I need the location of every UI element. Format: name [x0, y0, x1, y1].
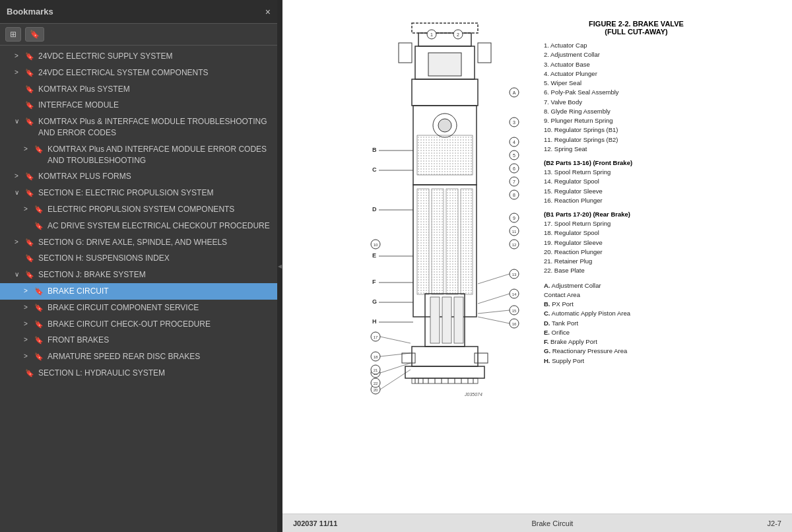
bookmark-list: >🔖24VDC ELECTRIC SUPPLY SYSTEM>🔖24VDC EL…	[0, 46, 277, 532]
legend-item: 3. Actuator Base	[544, 60, 729, 69]
legend-letter-item: C. Automatic Apply Piston Area	[544, 309, 729, 318]
svg-text:15: 15	[512, 309, 517, 313]
bookmark-label: SECTION L: HYDRAULIC SYSTEM	[38, 368, 272, 379]
arrow-icon: >	[15, 51, 22, 61]
legend-b2-title: (B2 Parts 13-16) (Front Brake)	[544, 159, 729, 166]
bookmark-options-button[interactable]: 🔖	[25, 27, 44, 42]
svg-text:12: 12	[512, 243, 517, 247]
legend-item: 1. Actuator Cap	[544, 41, 729, 50]
expand-all-button[interactable]: ⊞	[5, 27, 21, 42]
svg-rect-78	[402, 353, 415, 363]
svg-text:14: 14	[512, 292, 517, 296]
svg-text:17: 17	[374, 335, 378, 339]
arrow-icon: >	[24, 352, 32, 361]
bookmark-item-brake-checkout[interactable]: >🔖BRAKE CIRCUIT CHECK-OUT PROCEDURE	[0, 316, 277, 333]
bookmark-item-komtrax-error-codes[interactable]: >🔖KOMTRAX Plus AND INTERFACE MODULE ERRO…	[0, 141, 277, 169]
legend-item: 20. Reaction Plunger	[544, 248, 729, 257]
arrow-icon: ∨	[15, 270, 22, 279]
arrow-icon: >	[24, 303, 32, 312]
bookmark-icon: 🔖	[25, 368, 34, 378]
bookmark-item-brake-circuit[interactable]: >🔖BRAKE CIRCUIT	[0, 283, 277, 300]
bookmark-item-section-h[interactable]: 🔖SECTION H: SUSPENSIONS INDEX	[0, 250, 277, 267]
legend-letters-section: A. Adjustment Collar Contact AreaB. PX P…	[544, 281, 729, 366]
bookmark-item-komtrax-interface-trouble[interactable]: ∨🔖KOMTRAX Plus & INTERFACE MODULE TROUBL…	[0, 114, 277, 141]
svg-text:6: 6	[513, 166, 515, 171]
bookmark-item-front-brakes[interactable]: >🔖FRONT BRAKES	[0, 332, 277, 349]
legend-item: 15. Regulator Sleeve	[544, 187, 729, 196]
bookmark-item-interface-module[interactable]: 🔖INTERFACE MODULE	[0, 97, 277, 114]
svg-text:22: 22	[374, 382, 378, 385]
svg-line-101	[380, 370, 411, 389]
bookmark-item-section-e[interactable]: ∨🔖SECTION E: ELECTRIC PROPULSION SYSTEM	[0, 185, 277, 201]
bookmark-label: FRONT BRAKES	[48, 335, 272, 346]
legend-item: 17. Spool Return Spring	[544, 219, 729, 228]
bookmark-item-komtrax-forms[interactable]: >🔖KOMTRAX PLUS FORMS	[0, 168, 277, 185]
page-number: J2-7	[768, 519, 781, 527]
legend-b1-title: (B1 Parts 17-20) (Rear Brake)	[544, 211, 729, 218]
legend-area: FIGURE 2-2. BRAKE VALVE (FULL CUT-AWAY) …	[544, 20, 729, 366]
svg-rect-20	[417, 135, 473, 175]
bookmark-item-electric-components[interactable]: >🔖ELECTRIC PROPULSION SYSTEM COMPONENTS	[0, 201, 277, 218]
bookmark-item-armature-speed[interactable]: >🔖ARMATURE SPEED REAR DISC BRAKES	[0, 349, 277, 365]
bookmark-label: BRAKE CIRCUIT COMPONENT SERVICE	[48, 302, 272, 314]
bookmark-item-brake-component-service[interactable]: >🔖BRAKE CIRCUIT COMPONENT SERVICE	[0, 300, 277, 316]
svg-rect-58	[430, 297, 440, 343]
bookmark-label: 24VDC ELECTRIC SUPPLY SYSTEM	[38, 51, 272, 62]
legend-item: 18. Regulator Spool	[544, 228, 729, 238]
svg-rect-5	[428, 53, 461, 76]
brake-valve-diagram: 1 2 A 3 B	[352, 20, 537, 455]
arrow-icon: >	[24, 319, 32, 329]
sidebar-header: Bookmarks ×	[0, 0, 277, 24]
svg-text:C: C	[372, 166, 377, 173]
legend-letter-item: B. PX Port	[544, 300, 729, 309]
bookmark-icon: 🔖	[25, 117, 34, 127]
svg-text:E: E	[372, 252, 376, 259]
bookmark-item-ac-drive[interactable]: 🔖AC DRIVE SYSTEM ELECTRICAL CHECKOUT PRO…	[0, 218, 277, 234]
svg-line-104	[478, 310, 510, 314]
bookmark-item-section-g[interactable]: >🔖SECTION G: DRIVE AXLE, SPINDLE, AND WH…	[0, 234, 277, 251]
close-sidebar-button[interactable]: ×	[265, 7, 271, 17]
bookmark-item-section-j[interactable]: ∨🔖SECTION J: BRAKE SYSTEM	[0, 267, 277, 283]
resize-handle[interactable]: ◀	[277, 0, 282, 532]
svg-text:9: 9	[513, 216, 515, 220]
svg-rect-1	[418, 33, 471, 46]
svg-rect-10	[412, 79, 478, 106]
bookmark-icon: 🔖	[34, 319, 44, 329]
section-label: Brake Circuit	[531, 519, 573, 527]
svg-line-105	[478, 317, 510, 323]
doc-id: J02037 11/11	[293, 519, 337, 527]
bookmark-label: SECTION G: DRIVE AXLE, SPINDLE, AND WHEE…	[38, 237, 272, 248]
bookmark-icon: 🔖	[25, 84, 34, 94]
sidebar-title: Bookmarks	[7, 7, 53, 17]
bookmark-item-komtrax-plus[interactable]: 🔖KOMTRAX Plus SYSTEM	[0, 81, 277, 98]
legend-letter-item: F. Brake Apply Port	[544, 337, 729, 347]
bookmark-icon: 🔖	[25, 172, 34, 182]
bookmark-label: ELECTRIC PROPULSION SYSTEM COMPONENTS	[48, 204, 272, 215]
bookmark-item-24vdc-supply[interactable]: >🔖24VDC ELECTRIC SUPPLY SYSTEM	[0, 48, 277, 65]
bookmark-icon: 🔖	[34, 286, 44, 296]
figure-area: 1 2 A 3 B	[352, 20, 537, 469]
bookmark-label: SECTION H: SUSPENSIONS INDEX	[38, 253, 272, 264]
bookmark-icon: 🔖	[25, 51, 34, 61]
legend-letter-item: D. Tank Port	[544, 319, 729, 328]
bookmark-label: KOMTRAX PLUS FORMS	[38, 171, 272, 182]
bookmark-item-section-l[interactable]: 🔖SECTION L: HYDRAULIC SYSTEM	[0, 365, 277, 382]
svg-text:5: 5	[513, 153, 515, 158]
svg-line-103	[478, 294, 510, 304]
svg-text:G: G	[372, 298, 377, 305]
legend-b2-section: (B2 Parts 13-16) (Front Brake)13. Spool …	[544, 159, 729, 205]
svg-text:D: D	[372, 206, 377, 213]
svg-text:4: 4	[513, 140, 515, 145]
bookmark-icon: 🔖	[25, 270, 34, 280]
svg-rect-60	[454, 297, 463, 343]
svg-rect-79	[475, 353, 488, 363]
arrow-icon: ∨	[15, 188, 22, 197]
bookmark-label: INTERFACE MODULE	[38, 100, 272, 111]
svg-text:16: 16	[512, 322, 517, 326]
legend-item: 22. Base Plate	[544, 266, 729, 275]
bookmark-item-24vdc-components[interactable]: >🔖24VDC ELECTRICAL SYSTEM COMPONENTS	[0, 65, 277, 81]
arrow-icon: >	[24, 335, 32, 345]
svg-text:3: 3	[513, 120, 515, 125]
legend-letter-item: E. Orifice	[544, 328, 729, 337]
bookmark-icon: 🔖	[25, 188, 34, 198]
